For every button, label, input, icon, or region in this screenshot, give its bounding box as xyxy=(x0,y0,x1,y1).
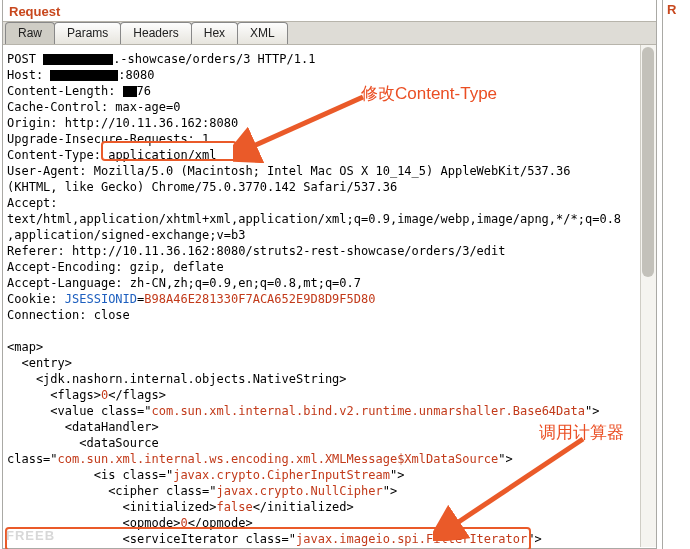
tab-headers[interactable]: Headers xyxy=(120,22,191,44)
tab-xml[interactable]: XML xyxy=(237,22,288,44)
vertical-scrollbar[interactable] xyxy=(640,45,656,547)
watermark: FREEB xyxy=(6,528,55,543)
scrollbar-thumb[interactable] xyxy=(642,47,654,277)
tab-params[interactable]: Params xyxy=(54,22,121,44)
redacted xyxy=(43,54,113,65)
panel-title: Request xyxy=(3,0,656,21)
tab-hex[interactable]: Hex xyxy=(191,22,238,44)
side-panel-title: R xyxy=(663,2,690,17)
request-panel: Request Raw Params Headers Hex XML POST … xyxy=(2,0,657,549)
tab-bar: Raw Params Headers Hex XML xyxy=(3,21,656,45)
redacted xyxy=(50,70,118,81)
side-panel: R xyxy=(662,0,690,549)
text: POST xyxy=(7,52,43,66)
http-request-text[interactable]: POST .-showcase/orders/3 HTTP/1.1 Host: … xyxy=(3,45,656,549)
tab-raw[interactable]: Raw xyxy=(5,22,55,44)
redacted xyxy=(123,86,137,97)
raw-content-area: POST .-showcase/orders/3 HTTP/1.1 Host: … xyxy=(3,45,656,547)
